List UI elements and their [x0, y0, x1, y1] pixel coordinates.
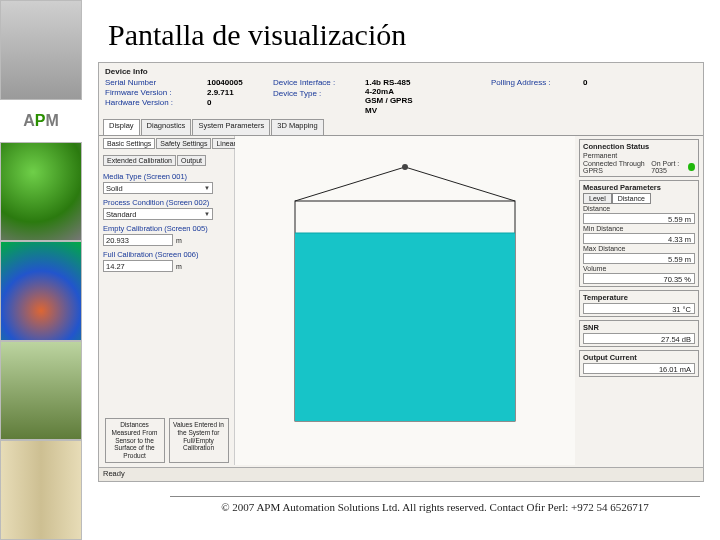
main-tabs: Display Diagnostics System Parameters 3D… — [99, 119, 703, 135]
status-led-icon — [688, 163, 695, 171]
process-cond-select[interactable]: Standard ▼ — [103, 208, 213, 220]
snr-box: SNR 27.54 dB — [579, 320, 699, 347]
firmware-label: Firmware Version : — [105, 88, 201, 97]
statusbar: Ready — [99, 467, 703, 481]
full-cal-value: 14.27 — [106, 262, 125, 271]
tab-diagnostics[interactable]: Diagnostics — [141, 119, 192, 135]
output-current-box: Output Current 16.01 mA — [579, 350, 699, 377]
chevron-down-icon: ▼ — [204, 211, 210, 217]
tab-system-parameters[interactable]: System Parameters — [192, 119, 270, 135]
serial-label: Serial Number — [105, 78, 201, 87]
full-cal-input[interactable]: 14.27 — [103, 260, 173, 272]
device-info-title: Device Info — [105, 67, 697, 76]
empty-cal-input[interactable]: 20.933 — [103, 234, 173, 246]
logo-apm: APM — [0, 100, 82, 142]
max-dist-title: Max Distance — [583, 245, 695, 252]
status-text: Ready — [103, 469, 125, 478]
logo-letter: A — [23, 112, 35, 130]
serial-value: 10040005 — [207, 78, 267, 87]
output-value: 16.01 mA — [583, 363, 695, 374]
footer-copyright: © 2007 APM Automation Solutions Ltd. All… — [170, 496, 700, 513]
volume-value: 70.35 % — [583, 273, 695, 284]
page-title: Pantalla de visualización — [108, 18, 720, 52]
min-dist-value: 4.33 m — [583, 233, 695, 244]
svg-point-3 — [402, 164, 408, 170]
polling-value: 0 — [583, 78, 633, 87]
tank-icon — [275, 161, 535, 441]
empty-cal-value: 20.933 — [106, 236, 129, 245]
device-info: Device Info Serial Number Firmware Versi… — [99, 63, 703, 119]
iface-value: 1.4b RS-485 4-20mA GSM / GPRS — [365, 78, 485, 105]
process-cond-value: Standard — [106, 210, 136, 219]
app-window: Device Info Serial Number Firmware Versi… — [98, 62, 704, 482]
subtab-safety[interactable]: Safety Settings — [156, 138, 211, 149]
logo-letter: M — [45, 112, 58, 130]
firmware-value: 2.9.711 — [207, 88, 267, 97]
distance-value: 5.59 m — [583, 213, 695, 224]
subtab-extended-cal[interactable]: Extended Calibration — [103, 155, 176, 166]
conn-title: Connection Status — [583, 142, 695, 151]
process-cond-label: Process Condition (Screen 002) — [103, 198, 230, 207]
thumb-mound — [0, 241, 82, 341]
temperature-box: Temperature 31 °C — [579, 290, 699, 317]
temp-title: Temperature — [583, 293, 695, 302]
snr-title: SNR — [583, 323, 695, 332]
thumb-sensor — [0, 142, 82, 242]
snr-value: 27.54 dB — [583, 333, 695, 344]
tab-display[interactable]: Display — [103, 119, 140, 135]
thumb-agitator — [0, 341, 82, 441]
hardware-value: 0 — [207, 98, 267, 107]
type-label: Device Type : — [273, 89, 359, 98]
tank-visualization — [235, 136, 575, 465]
media-type-value: Solid — [106, 184, 123, 193]
note-values-entered: Values Entered in the System for Full/Em… — [169, 418, 229, 463]
empty-cal-unit: m — [176, 237, 182, 244]
full-cal-unit: m — [176, 263, 182, 270]
distance-title: Distance — [583, 205, 695, 212]
media-type-select[interactable]: Solid ▼ — [103, 182, 213, 194]
svg-rect-1 — [295, 233, 515, 421]
max-dist-value: 5.59 m — [583, 253, 695, 264]
output-title: Output Current — [583, 353, 695, 362]
left-panel: Basic Settings Safety Settings Lineariza… — [99, 136, 235, 465]
conn-permanent: Permanent — [583, 152, 617, 159]
chevron-down-icon: ▼ — [204, 185, 210, 191]
iface-label: Device Interface : — [273, 78, 359, 87]
temp-value: 31 °C — [583, 303, 695, 314]
toggle-distance[interactable]: Distance — [612, 193, 651, 204]
conn-port: On Port : 7035 — [651, 160, 688, 174]
conn-through: Connected Through GPRS — [583, 160, 651, 174]
note-measured-from: Distances Measured From Sensor to the Su… — [105, 418, 165, 463]
measured-params-box: Measured Parameters Level Distance Dista… — [579, 180, 699, 287]
toggle-level[interactable]: Level — [583, 193, 612, 204]
hardware-label: Hardware Version : — [105, 98, 201, 107]
full-cal-label: Full Calibration (Screen 006) — [103, 250, 230, 259]
subtab-basic[interactable]: Basic Settings — [103, 138, 155, 149]
connection-status-box: Connection Status Permanent Connected Th… — [579, 139, 699, 177]
volume-title: Volume — [583, 265, 695, 272]
min-dist-title: Min Distance — [583, 225, 695, 232]
subtab-output[interactable]: Output — [177, 155, 206, 166]
empty-cal-label: Empty Calibration (Screen 005) — [103, 224, 230, 233]
media-type-label: Media Type (Screen 001) — [103, 172, 230, 181]
right-panel: Connection Status Permanent Connected Th… — [575, 136, 703, 465]
measured-title: Measured Parameters — [583, 183, 695, 192]
polling-label: Polling Address : — [491, 78, 577, 87]
type-value: MV — [365, 106, 485, 115]
thumb-pipes — [0, 440, 82, 540]
slide-sidebar: APM — [0, 0, 82, 540]
logo-letter: P — [35, 112, 46, 130]
tab-3d-mapping[interactable]: 3D Mapping — [271, 119, 323, 135]
thumb-silo — [0, 0, 82, 100]
